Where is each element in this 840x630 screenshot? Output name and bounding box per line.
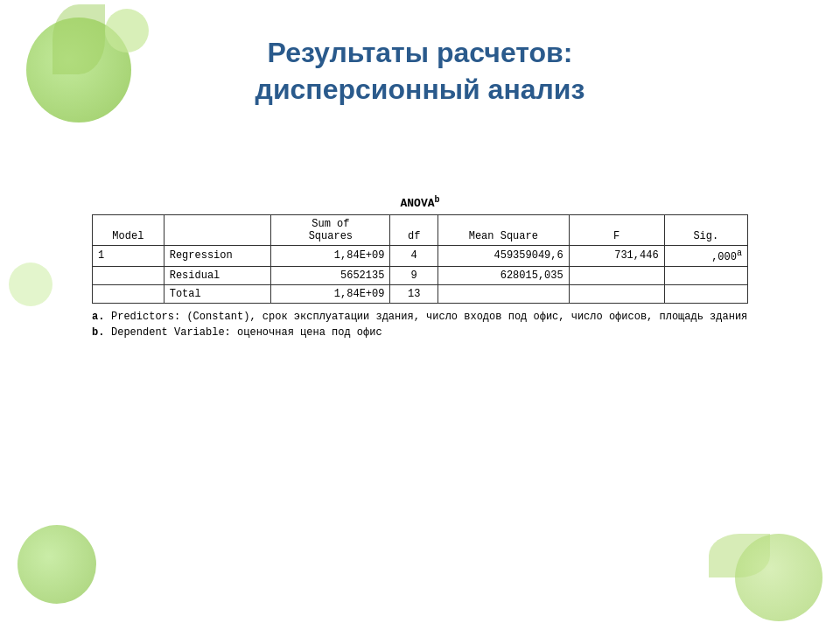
footnote-text: Dependent Variable: оценочная цена под о…: [111, 325, 382, 340]
cell-ms: [438, 284, 569, 303]
cell-f: [569, 266, 664, 284]
bg-leaf-br: [709, 534, 770, 578]
page-title-block: Результаты расчетов: дисперсионный анали…: [0, 0, 840, 125]
anova-table: Model Sum ofSquares df Mean Square F Sig…: [92, 214, 748, 304]
cell-df: 4: [390, 245, 438, 266]
header-sig: Sig.: [664, 214, 747, 245]
footnote-marker: a.: [92, 309, 106, 325]
header-model: Model: [93, 214, 164, 245]
footnotes: a. Predictors: (Constant), срок эксплуат…: [92, 309, 748, 340]
footnote-item: b. Dependent Variable: оценочная цена по…: [92, 325, 748, 340]
header-ms: Mean Square: [438, 214, 569, 245]
anova-label: ANOVAb: [92, 195, 748, 210]
cell-sig: [664, 284, 747, 303]
cell-model: [93, 284, 164, 303]
cell-type: Regression: [164, 245, 271, 266]
cell-model: 1: [93, 245, 164, 266]
footnote-marker: b.: [92, 325, 106, 340]
cell-f: 731,446: [569, 245, 664, 266]
bg-circle-bottom-right: [735, 534, 822, 621]
cell-type: Total: [164, 284, 271, 303]
cell-ss: 1,84E+09: [271, 284, 390, 303]
table-row: Residual 5652135 9 628015,035: [93, 266, 748, 284]
cell-df: 13: [390, 284, 438, 303]
cell-ss: 5652135: [271, 266, 390, 284]
cell-ms: 459359049,6: [438, 245, 569, 266]
header-f: F: [569, 214, 664, 245]
footnote-text: Predictors: (Constant), срок эксплуатаци…: [111, 309, 747, 325]
cell-ss: 1,84E+09: [271, 245, 390, 266]
cell-f: [569, 284, 664, 303]
main-content: ANOVAb Model Sum ofSquares df Mean Squar…: [92, 125, 748, 340]
page-title: Результаты расчетов: дисперсионный анали…: [0, 35, 840, 108]
header-df: df: [390, 214, 438, 245]
bg-circle-bottom-left: [18, 525, 96, 604]
bg-circle-mid-left: [9, 262, 52, 306]
cell-model: [93, 266, 164, 284]
cell-ms: 628015,035: [438, 266, 569, 284]
footnote-item: a. Predictors: (Constant), срок эксплуат…: [92, 309, 748, 325]
cell-sig: [664, 266, 747, 284]
header-ss: Sum ofSquares: [271, 214, 390, 245]
cell-type: Residual: [164, 266, 271, 284]
table-row: 1 Regression 1,84E+09 4 459359049,6 731,…: [93, 245, 748, 266]
cell-df: 9: [390, 266, 438, 284]
header-type: [164, 214, 271, 245]
cell-sig: ,000a: [664, 245, 747, 266]
table-row: Total 1,84E+09 13: [93, 284, 748, 303]
